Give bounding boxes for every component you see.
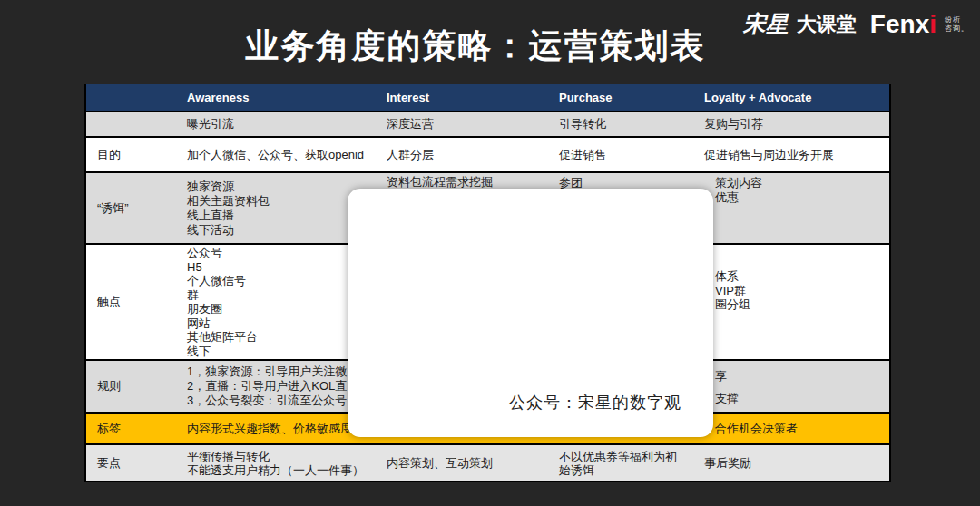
cell-text: 事后奖励 bbox=[704, 456, 889, 470]
cell-text: 复购与引荐 bbox=[704, 117, 889, 131]
cell-text: 合作机会决策者 bbox=[715, 422, 889, 436]
overlay-card: 公众号：宋星的数字观 bbox=[348, 189, 713, 437]
purpose-awareness: 加个人微信、公众号、获取openid bbox=[181, 138, 381, 171]
fenxi-subtext: 纷析 咨询。 bbox=[945, 15, 969, 34]
daketang-logo: 大课堂 bbox=[797, 11, 857, 38]
table-header-row: Awareness Interest Purchase Loyalty + Ad… bbox=[86, 84, 889, 111]
cell-text: 优惠 bbox=[715, 190, 889, 205]
cell-text: 策划内容 bbox=[715, 176, 889, 190]
cell-text: VIP群 bbox=[715, 284, 889, 298]
cell-text: 体系 bbox=[715, 269, 889, 284]
cell-text: 引导转化 bbox=[559, 117, 699, 131]
rules-loyalty: 享 支撑 bbox=[699, 361, 889, 412]
touchpoints-loyalty: 体系 VIP群 圈分组 bbox=[699, 245, 889, 359]
songxing-logo: 宋星 bbox=[743, 9, 789, 39]
brand-logos: 宋星 大课堂 Fenxi 纷析 咨询。 bbox=[743, 9, 969, 39]
stage-loyalty: 复购与引荐 bbox=[699, 112, 889, 136]
cell-text: 支撑 bbox=[715, 387, 889, 410]
cell-text: 加个人微信、公众号、获取openid bbox=[187, 148, 381, 162]
header-cell-purchase: Purchase bbox=[554, 84, 699, 111]
points-loyalty: 事后奖励 bbox=[699, 445, 889, 481]
row-label: 标签 bbox=[86, 414, 181, 443]
header-cell-awareness: Awareness bbox=[181, 84, 381, 111]
cell-text: 不能透支用户精力（一人一件事） bbox=[187, 463, 381, 477]
row-label: “诱饵” bbox=[86, 173, 181, 243]
cell-text: 享 bbox=[715, 365, 889, 387]
cell-text: 促进销售与周边业务开展 bbox=[704, 148, 889, 162]
points-interest: 内容策划、互动策划 bbox=[381, 445, 554, 481]
stage-awareness: 曝光引流 bbox=[181, 112, 381, 136]
table-row-purpose: 目的 加个人微信、公众号、获取openid 人群分层 促进销售 促进销售与周边业… bbox=[86, 138, 889, 171]
fenxi-logo-text: Fenx bbox=[870, 10, 929, 38]
wechat-account-label: 公众号：宋星的数字观 bbox=[509, 392, 681, 414]
points-awareness: 平衡传播与转化 不能透支用户精力（一人一件事） bbox=[181, 445, 381, 481]
cell-text: 促进销售 bbox=[559, 148, 699, 162]
bait-loyalty: 策划内容 优惠 bbox=[699, 173, 889, 243]
table-row-points: 要点 平衡传播与转化 不能透支用户精力（一人一件事） 内容策划、互动策划 不以优… bbox=[86, 445, 889, 481]
cell-text: 圈分组 bbox=[715, 297, 889, 312]
header-cell-empty bbox=[86, 84, 181, 111]
fenxi-logo: Fenxi bbox=[870, 10, 936, 39]
tags-loyalty: 合作机会决策者 bbox=[699, 414, 889, 443]
cell-text: 资料包流程需求挖掘 bbox=[387, 175, 554, 190]
row-label: 目的 bbox=[86, 138, 181, 171]
row-label: 要点 bbox=[86, 445, 181, 481]
cell-text: 曝光引流 bbox=[187, 117, 381, 131]
fenxi-subtext-line1: 纷析 bbox=[945, 15, 969, 24]
purpose-loyalty: 促进销售与周边业务开展 bbox=[699, 138, 889, 171]
stage-purchase: 引导转化 bbox=[554, 112, 699, 136]
points-purchase: 不以优惠券等福利为初始诱饵 bbox=[554, 445, 699, 481]
fenxi-red-i: i bbox=[929, 10, 936, 38]
purpose-purchase: 促进销售 bbox=[554, 138, 699, 171]
cell-text: 深度运营 bbox=[387, 117, 554, 131]
header-cell-loyalty: Loyalty + Advocate bbox=[699, 84, 889, 111]
table-row-stage: 曝光引流 深度运营 引导转化 复购与引荐 bbox=[86, 112, 889, 136]
cell-text: 平衡传播与转化 bbox=[187, 450, 381, 463]
cell-text: 内容策划、互动策划 bbox=[387, 456, 554, 470]
row-label: 触点 bbox=[86, 245, 181, 359]
row-label bbox=[86, 112, 181, 136]
row-label: 规则 bbox=[86, 361, 181, 412]
cell-text: 人群分层 bbox=[387, 148, 554, 162]
stage-interest: 深度运营 bbox=[381, 112, 554, 136]
fenxi-subtext-line2: 咨询。 bbox=[945, 24, 969, 34]
header-cell-interest: Interest bbox=[381, 84, 554, 111]
cell-text: 不以优惠券等福利为初始诱饵 bbox=[559, 450, 686, 477]
purpose-interest: 人群分层 bbox=[381, 138, 554, 171]
